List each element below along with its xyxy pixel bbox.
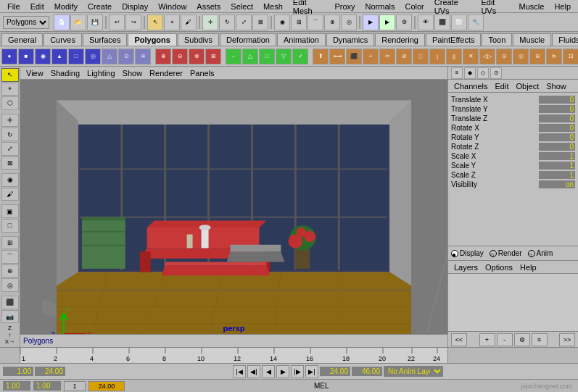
display-radio-btn[interactable]: ● [451, 250, 458, 257]
menu-display[interactable]: Display [117, 1, 152, 12]
bridge-btn[interactable]: ⟷ [329, 49, 345, 64]
smooth-btn[interactable]: ~ [226, 49, 241, 64]
play-forward-btn[interactable]: ▶ [276, 365, 289, 378]
tab-toon[interactable]: Toon [482, 33, 512, 46]
universal-tool-btn[interactable]: ⊠ [1, 157, 19, 170]
universal-manip-btn[interactable]: ⊠ [252, 14, 268, 30]
menu-normals[interactable]: Normals [361, 1, 400, 12]
anim-radio[interactable]: ○ Anim [528, 249, 553, 257]
poly-cylinder-btn[interactable]: ◉ [35, 49, 51, 64]
go-to-start-btn[interactable]: |◀ [233, 365, 246, 378]
poly-sphere-btn[interactable]: ● [1, 49, 17, 64]
layer-add-btn[interactable]: + [479, 333, 495, 346]
frame-increment-field[interactable]: 1 [64, 381, 86, 391]
paint-btn[interactable]: 🖌 [181, 14, 197, 30]
snap-curve-btn[interactable]: ⌒ [307, 14, 323, 30]
booleans-btn[interactable]: ⊞ [205, 49, 221, 64]
step-forward-btn[interactable]: |▶ [291, 365, 304, 378]
object-menu[interactable]: Object [513, 82, 542, 91]
duplicate-face-btn[interactable]: ⊡ [563, 49, 578, 64]
show-manip-btn[interactable]: ▣ [1, 204, 19, 218]
snap-to-point-btn[interactable]: ⊕ [1, 264, 19, 278]
append-poly-btn[interactable]: + [363, 49, 379, 64]
menu-help[interactable]: Help [550, 1, 575, 12]
wedge-btn[interactable]: ⊳ [546, 49, 562, 64]
tab-curves[interactable]: Curves [44, 33, 82, 46]
snap-view-btn[interactable]: ◎ [341, 14, 357, 30]
play-back-btn[interactable]: ◀ [262, 365, 275, 378]
tab-animation[interactable]: Animation [277, 33, 326, 46]
offset-edge-btn[interactable]: || [446, 49, 462, 64]
render-region-btn[interactable]: ⬛ [1, 296, 19, 309]
rotate-tool-btn[interactable]: ↻ [1, 128, 19, 141]
show-menu-right[interactable]: Show [543, 82, 569, 91]
viewport-canvas[interactable]: Y X Z persp [20, 80, 447, 334]
frame-start-field[interactable]: 1.00 [3, 367, 33, 376]
layer-select[interactable]: No Anim Layer [384, 366, 443, 377]
tab-surfaces[interactable]: Surfaces [83, 33, 127, 46]
layers-prev-btn[interactable]: << [451, 333, 467, 346]
reduce-btn[interactable]: ▽ [276, 49, 292, 64]
show-hide-btn[interactable]: 👁 [418, 14, 434, 30]
redo-btn[interactable]: ↪ [125, 14, 141, 30]
menu-mesh[interactable]: Mesh [259, 1, 287, 12]
merge-to-center-btn[interactable]: ◎ [513, 49, 529, 64]
save-scene-btn[interactable]: 💾 [87, 14, 103, 30]
menu-create-uvs[interactable]: Create UVs [430, 0, 476, 16]
layer-list-btn[interactable]: ≡ [532, 333, 548, 346]
help-menu[interactable]: Help [517, 263, 540, 272]
anim-radio-btn[interactable]: ○ [528, 250, 535, 257]
output-ops-btn[interactable]: ⬜ [451, 14, 467, 30]
edit-menu[interactable]: Edit [492, 82, 511, 91]
menu-muscle[interactable]: Muscle [515, 1, 549, 12]
layers-menu[interactable]: Layers [451, 263, 481, 272]
frame-end-field[interactable]: 24.00 [320, 367, 350, 376]
sculpt-btn[interactable]: 🖌 [1, 188, 19, 201]
construction-btn[interactable]: 🔧 [468, 14, 484, 30]
ipr-render-btn[interactable]: ▶ [379, 14, 395, 30]
poly-prism-btn[interactable]: △ [102, 49, 117, 64]
move-btn[interactable]: ✛ [202, 14, 218, 30]
triangulate-btn[interactable]: △ [242, 49, 258, 64]
combine-btn[interactable]: ⊕ [155, 49, 171, 64]
frame-current-field[interactable]: 24.00 [35, 367, 65, 376]
scale-btn[interactable]: ⤢ [236, 14, 252, 30]
menu-edit-uvs[interactable]: Edit UVs [476, 0, 513, 16]
go-to-end-btn[interactable]: ▶| [305, 365, 318, 378]
detach-btn[interactable]: ⊖ [529, 49, 545, 64]
hide-sel-btn[interactable]: □ [1, 219, 19, 233]
poly-torus-btn[interactable]: ◎ [85, 49, 101, 64]
render-radio-btn[interactable]: ○ [490, 250, 497, 257]
timeline-ruler[interactable]: 1 2 4 6 8 10 12 14 16 18 20 [20, 348, 447, 364]
lasso-btn[interactable]: ⌖ [164, 14, 180, 30]
undo-btn[interactable]: ↩ [109, 14, 125, 30]
mode-selector[interactable]: Polygons [3, 16, 49, 29]
poly-helix-btn[interactable]: ≋ [135, 49, 151, 64]
layer-settings-btn[interactable]: ⚙ [514, 333, 530, 346]
step-back-btn[interactable]: ◀| [247, 365, 260, 378]
split-poly-btn[interactable]: ✂ [379, 49, 395, 64]
paint-tool-btn[interactable]: ⬡ [1, 96, 19, 110]
menu-select[interactable]: Select [226, 1, 257, 12]
snap-point-btn[interactable]: ⊕ [324, 14, 340, 30]
render-btn[interactable]: ▶ [363, 14, 379, 30]
key-icon[interactable]: ◇ [477, 67, 489, 79]
interactive-split-btn[interactable]: ⌷ [413, 49, 429, 64]
menu-assets[interactable]: Assets [192, 1, 225, 12]
input-ops-btn[interactable]: ⬛ [434, 14, 450, 30]
channels-menu[interactable]: Channels [451, 82, 490, 91]
select-btn[interactable]: ↖ [147, 14, 163, 30]
breakdown-icon[interactable]: ⊙ [490, 67, 502, 79]
renderer-menu[interactable]: Renderer [146, 69, 186, 78]
bottom-frame1[interactable]: 1.00 [3, 381, 30, 391]
tab-painteffects[interactable]: PaintEffects [426, 33, 482, 46]
delete-edge-btn[interactable]: ✕ [463, 49, 479, 64]
separate-btn[interactable]: ⊖ [172, 49, 188, 64]
tab-general[interactable]: General [1, 33, 43, 46]
key-all-icon[interactable]: ◆ [464, 67, 476, 79]
soft-mod-btn[interactable]: ◉ [1, 173, 19, 187]
open-scene-btn[interactable]: 📂 [70, 14, 86, 30]
tab-muscle[interactable]: Muscle [513, 33, 551, 46]
display-radio[interactable]: ● Display [451, 249, 484, 257]
tab-fluids[interactable]: Fluids [552, 33, 578, 46]
